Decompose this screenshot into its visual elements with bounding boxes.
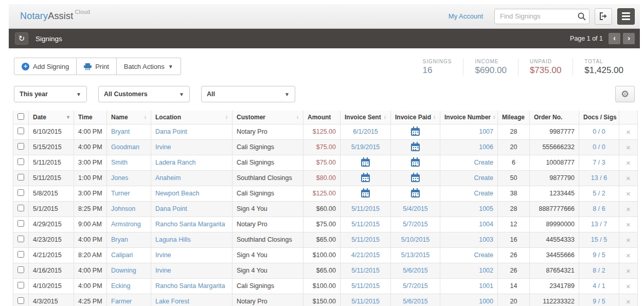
invoice-paid-date-link[interactable]: 5/6/2015 bbox=[403, 267, 428, 274]
row-checkbox[interactable] bbox=[17, 143, 24, 150]
row-checkbox[interactable] bbox=[17, 266, 24, 273]
column-header-invoice-paid[interactable]: Invoice Paid↕ bbox=[395, 114, 436, 121]
signer-name-link[interactable]: Goodman bbox=[111, 143, 139, 151]
docs-sigs-link[interactable]: 4 / 1 bbox=[593, 282, 605, 290]
column-header-time[interactable]: Time bbox=[78, 114, 102, 121]
docs-sigs-link[interactable]: 9 / 5 bbox=[593, 298, 605, 305]
calendar-icon[interactable] bbox=[411, 128, 420, 136]
invoice-sent-date-link[interactable]: 5/11/2015 bbox=[351, 221, 380, 228]
create-invoice-link[interactable]: Create bbox=[474, 190, 493, 197]
calendar-icon[interactable] bbox=[411, 143, 420, 151]
signer-name-link[interactable]: Turner bbox=[111, 190, 130, 197]
delete-row-icon[interactable]: × bbox=[626, 236, 631, 244]
print-button[interactable]: Print bbox=[77, 58, 117, 75]
delete-row-icon[interactable]: × bbox=[626, 297, 631, 306]
row-checkbox[interactable] bbox=[17, 236, 24, 242]
status-select[interactable]: All ▼ bbox=[201, 86, 295, 102]
invoice-sent-date-link[interactable]: 4/21/2015 bbox=[351, 251, 380, 259]
invoice-paid-date-link[interactable]: 5/10/2015 bbox=[401, 236, 430, 243]
location-link[interactable]: Rancho Santa Margarita bbox=[155, 221, 225, 228]
create-invoice-link[interactable]: Create bbox=[474, 251, 493, 259]
menu-button[interactable] bbox=[617, 8, 635, 25]
refresh-button[interactable]: ↻ bbox=[15, 32, 28, 45]
signer-name-link[interactable]: Smith bbox=[111, 159, 128, 166]
batch-actions-button[interactable]: Batch Actions ▼ bbox=[117, 58, 181, 75]
row-checkbox[interactable] bbox=[17, 220, 24, 227]
invoice-sent-date-link[interactable]: 5/19/2015 bbox=[351, 143, 380, 151]
location-link[interactable]: Rancho Santa Margarita bbox=[155, 282, 225, 290]
calendar-icon[interactable] bbox=[361, 159, 370, 167]
delete-row-icon[interactable]: × bbox=[626, 251, 631, 260]
docs-sigs-link[interactable]: 0 / 0 bbox=[593, 128, 605, 135]
row-checkbox[interactable] bbox=[17, 282, 24, 289]
signer-name-link[interactable]: Ecking bbox=[111, 282, 131, 290]
create-invoice-link[interactable]: Create bbox=[474, 174, 493, 182]
invoice-number-link[interactable]: 1000 bbox=[479, 298, 493, 305]
date-range-select[interactable]: This year ▼ bbox=[14, 86, 87, 102]
delete-row-icon[interactable]: × bbox=[626, 205, 631, 213]
column-header-customer[interactable]: Customer↕ bbox=[237, 114, 299, 121]
delete-row-icon[interactable]: × bbox=[626, 158, 631, 167]
invoice-paid-date-link[interactable]: 5/4/2015 bbox=[403, 205, 428, 212]
location-link[interactable]: Ladera Ranch bbox=[155, 159, 196, 166]
row-checkbox[interactable] bbox=[17, 205, 24, 211]
delete-row-icon[interactable]: × bbox=[626, 189, 631, 198]
invoice-paid-date-link[interactable]: 5/7/2015 bbox=[403, 221, 428, 228]
docs-sigs-link[interactable]: 9 / 5 bbox=[593, 251, 605, 259]
invoice-number-link[interactable]: 1004 bbox=[479, 221, 493, 228]
invoice-sent-date-link[interactable]: 5/11/2015 bbox=[351, 267, 380, 274]
add-signing-button[interactable]: + Add Signing bbox=[14, 58, 77, 75]
delete-row-icon[interactable]: × bbox=[626, 282, 631, 291]
next-page-button[interactable]: › bbox=[623, 33, 635, 44]
table-settings-button[interactable]: ⚙ bbox=[615, 86, 635, 102]
calendar-icon[interactable] bbox=[411, 159, 420, 167]
row-checkbox[interactable] bbox=[17, 128, 24, 134]
delete-row-icon[interactable]: × bbox=[626, 143, 631, 152]
invoice-number-link[interactable]: 1005 bbox=[479, 205, 493, 212]
signer-name-link[interactable]: Farmer bbox=[111, 298, 132, 305]
docs-sigs-link[interactable]: 8 / 2 bbox=[593, 267, 605, 274]
column-header-invoice-number[interactable]: Invoice Number↕ bbox=[444, 114, 493, 121]
location-link[interactable]: Irvine bbox=[155, 251, 171, 259]
invoice-paid-date-link[interactable]: 5/6/2015 bbox=[403, 298, 428, 305]
invoice-sent-date-link[interactable]: 5/11/2015 bbox=[351, 298, 380, 305]
location-link[interactable]: Laguna Hills bbox=[155, 236, 191, 243]
docs-sigs-link[interactable]: 8 / 6 bbox=[593, 205, 605, 212]
column-header-mileage[interactable]: Mileage bbox=[502, 114, 525, 121]
docs-sigs-link[interactable]: 7 / 3 bbox=[593, 159, 605, 166]
invoice-sent-date-link[interactable]: 5/11/2015 bbox=[351, 236, 380, 243]
calendar-icon[interactable] bbox=[361, 190, 370, 197]
signer-name-link[interactable]: Calipari bbox=[111, 251, 133, 259]
docs-sigs-link[interactable]: 0 / 0 bbox=[593, 143, 605, 151]
invoice-sent-date-link[interactable]: 5/11/2015 bbox=[351, 205, 380, 212]
invoice-number-link[interactable]: 1002 bbox=[479, 267, 493, 274]
docs-sigs-link[interactable]: 5 / 2 bbox=[593, 190, 605, 197]
invoice-number-link[interactable]: 1001 bbox=[479, 282, 493, 290]
select-all-checkbox[interactable] bbox=[17, 113, 24, 120]
signer-name-link[interactable]: Bryant bbox=[111, 128, 130, 135]
docs-sigs-link[interactable]: 13 / 7 bbox=[591, 221, 607, 228]
location-link[interactable]: Newport Beach bbox=[155, 190, 199, 197]
column-header-amount[interactable]: Amount bbox=[308, 114, 336, 121]
row-checkbox[interactable] bbox=[17, 251, 24, 258]
location-link[interactable]: Anaheim bbox=[155, 174, 181, 182]
prev-page-button[interactable]: ‹ bbox=[609, 33, 620, 44]
column-header-invoice-sent[interactable]: Invoice Sent↕ bbox=[345, 114, 386, 121]
invoice-paid-date-link[interactable]: 5/13/2015 bbox=[401, 251, 430, 259]
invoice-number-link[interactable]: 1003 bbox=[479, 236, 493, 243]
customer-select[interactable]: All Customers ▼ bbox=[98, 86, 190, 102]
invoice-sent-date-link[interactable]: 6/1/2015 bbox=[353, 128, 378, 135]
row-checkbox[interactable] bbox=[17, 158, 24, 165]
invoice-number-link[interactable]: 1007 bbox=[479, 128, 493, 135]
delete-row-icon[interactable]: × bbox=[626, 266, 631, 275]
column-header-docs-sigs[interactable]: Docs / Sigs bbox=[583, 114, 615, 121]
signer-name-link[interactable]: Bryan bbox=[111, 236, 128, 243]
search-icon[interactable] bbox=[577, 12, 586, 21]
location-link[interactable]: Irvine bbox=[155, 143, 171, 151]
column-header-order-no-[interactable]: Order No. bbox=[534, 114, 575, 121]
signer-name-link[interactable]: Downing bbox=[111, 267, 136, 274]
signer-name-link[interactable]: Armstrong bbox=[111, 221, 141, 228]
docs-sigs-link[interactable]: 15 / 5 bbox=[591, 236, 607, 243]
docs-sigs-link[interactable]: 13 / 6 bbox=[591, 174, 607, 182]
my-account-link[interactable]: My Account bbox=[449, 12, 483, 20]
